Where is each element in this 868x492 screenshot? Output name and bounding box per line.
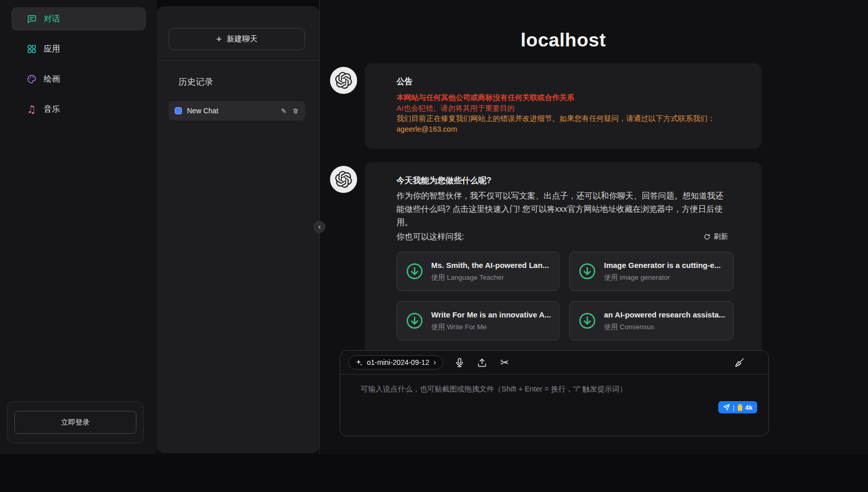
token-count-badge[interactable]: | 4k <box>718 401 757 413</box>
chat-color-swatch-icon <box>175 107 182 114</box>
history-top-section: + 新建聊天 <box>157 6 319 61</box>
suggestion-title: Write For Me is an innovative A... <box>431 310 551 319</box>
arrow-down-circle-icon <box>405 311 424 330</box>
new-chat-label: 新建聊天 <box>227 34 257 44</box>
sparkle-icon <box>355 359 363 366</box>
sidebar-item-label: 绘画 <box>44 74 60 85</box>
collapse-sidebar-button[interactable]: ‹ <box>314 221 325 233</box>
welcome-title: 今天我能为您做些什么呢? <box>396 176 728 186</box>
badge-divider: | <box>733 404 734 411</box>
suggestion-title: Ms. Smith, the AI-powered Lan... <box>431 261 549 269</box>
welcome-body: 作为你的智慧伙伴，我不仅可以写文案、出点子，还可以和你聊天、回答问题。想知道我还… <box>396 189 728 229</box>
page-title: localhost <box>365 30 762 51</box>
suggestion-grid: Ms. Smith, the AI-powered Lan... 使用 Lang… <box>396 252 728 340</box>
palette-icon <box>27 74 37 84</box>
welcome-card: 今天我能为您做些什么呢? 作为你的智慧伙伴，我不仅可以写文案、出点子，还可以和你… <box>365 162 762 355</box>
message-welcome: 今天我能为您做些什么呢? 作为你的智慧伙伴，我不仅可以写文案、出点子，还可以和你… <box>365 162 762 355</box>
chat-bubble-icon <box>27 14 37 24</box>
history-panel: + 新建聊天 历史记录 New Chat ✎ <box>157 6 319 453</box>
screenshot-button[interactable]: ✂ <box>499 357 510 368</box>
chat-history-item[interactable]: New Chat ✎ <box>169 101 305 120</box>
announcement-title: 公告 <box>396 77 728 87</box>
broom-icon <box>734 357 745 368</box>
announcement-card: 公告 本网站与任何其他公司或商标没有任何关联或合作关系 AI也会犯错。请勿将其用… <box>365 63 762 149</box>
suggestion-card[interactable]: an AI-powered research assista... 使用 Con… <box>569 301 734 340</box>
chat-item-actions: ✎ <box>281 108 299 114</box>
login-button[interactable]: 立即登录 <box>14 411 136 434</box>
upload-icon <box>477 357 487 368</box>
clear-context-button[interactable] <box>734 357 745 368</box>
sidebar-item-label: 应用 <box>44 44 60 55</box>
plus-icon: + <box>216 34 222 44</box>
chevron-left-icon: ‹ <box>318 222 321 231</box>
sidebar: 对话 应用 绘画 ♫ 音乐 立即登录 <box>0 0 157 454</box>
new-chat-button[interactable]: + 新建聊天 <box>169 28 305 50</box>
suggestion-card[interactable]: Ms. Smith, the AI-powered Lan... 使用 Lang… <box>396 252 559 291</box>
suggestion-subtitle: 使用 Consensus <box>604 323 725 332</box>
suggestion-subtitle: 使用 image generator <box>604 273 720 282</box>
send-icon <box>723 404 730 411</box>
delete-icon[interactable] <box>292 108 299 114</box>
suggestion-title: an AI-powered research assista... <box>604 310 725 319</box>
sidebar-item-draw[interactable]: 绘画 <box>11 67 146 91</box>
arrow-down-circle-icon <box>578 311 597 330</box>
sidebar-item-music[interactable]: ♫ 音乐 <box>11 97 146 121</box>
suggestion-subtitle: 使用 Language Teacher <box>431 273 549 282</box>
scissors-icon: ✂ <box>500 357 509 367</box>
login-panel: 立即登录 <box>7 401 144 444</box>
edit-icon[interactable]: ✎ <box>281 108 287 114</box>
refresh-icon <box>703 233 711 240</box>
suggestion-title: Image Generator is a cutting-e... <box>604 261 720 269</box>
openai-logo-icon <box>335 72 352 89</box>
composer: o1-mini-2024-09-12 › ✂ | 4k <box>340 350 769 436</box>
apps-grid-icon <box>27 44 37 54</box>
model-selector[interactable]: o1-mini-2024-09-12 › <box>348 355 443 370</box>
battery-icon <box>737 404 743 411</box>
announcement-line-3: 我们目前正在修复我们网站上的错误并改进细节。如果您有任何疑问，请通过以下方式联系… <box>396 113 728 124</box>
refresh-suggestions-button[interactable]: 刷新 <box>703 232 728 241</box>
hint-row: 你也可以这样问我: 刷新 <box>396 230 728 243</box>
message-input[interactable] <box>340 375 768 412</box>
sidebar-item-label: 对话 <box>44 14 60 24</box>
upload-button[interactable] <box>477 357 488 368</box>
chat-item-title: New Chat <box>187 107 276 115</box>
chat-main-area: localhost 公告 本网站与任何其他公司或商标没有任何关联或合作关系 AI… <box>320 0 868 454</box>
openai-logo-icon <box>335 171 352 188</box>
suggestion-card[interactable]: Write For Me is an innovative A... 使用 Wr… <box>396 301 559 340</box>
microphone-button[interactable] <box>454 357 465 368</box>
announcement-line-2: AI也会犯错。请勿将其用于重要目的 <box>396 103 728 114</box>
sidebar-item-chat[interactable]: 对话 <box>11 7 146 31</box>
announcement-line-1: 本网站与任何其他公司或商标没有任何关联或合作关系 <box>396 92 728 103</box>
chevron-right-icon: › <box>433 358 436 366</box>
ask-hint: 你也可以这样问我: <box>396 230 464 243</box>
refresh-label: 刷新 <box>714 232 728 241</box>
message-announcement: 公告 本网站与任何其他公司或商标没有任何关联或合作关系 AI也会犯错。请勿将其用… <box>365 63 762 149</box>
token-count-label: 4k <box>745 404 753 411</box>
history-heading: 历史记录 <box>178 76 319 88</box>
bot-avatar <box>330 166 357 193</box>
composer-toolbar: o1-mini-2024-09-12 › ✂ <box>340 351 768 375</box>
suggestion-subtitle: 使用 Write For Me <box>431 323 551 332</box>
model-label: o1-mini-2024-09-12 <box>367 358 429 366</box>
arrow-down-circle-icon <box>578 262 597 281</box>
suggestion-card[interactable]: Image Generator is a cutting-e... 使用 ima… <box>569 252 734 291</box>
microphone-icon <box>454 357 465 368</box>
sidebar-item-label: 音乐 <box>44 104 60 115</box>
arrow-down-circle-icon <box>405 262 424 281</box>
bot-avatar <box>330 67 357 94</box>
contact-email-link[interactable]: ageerle@163.com <box>396 125 457 133</box>
composer-body: | 4k <box>340 375 768 436</box>
music-note-icon: ♫ <box>27 104 37 114</box>
sidebar-item-apps[interactable]: 应用 <box>11 37 146 61</box>
